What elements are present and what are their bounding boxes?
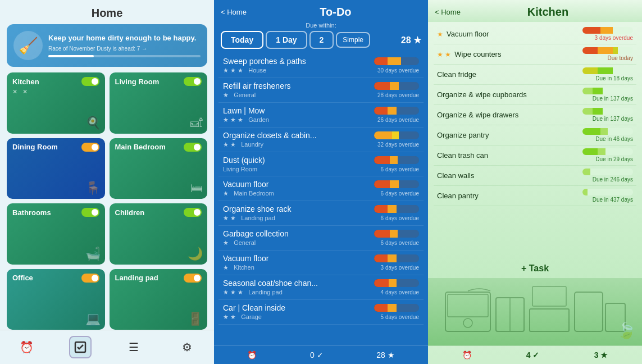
- room-toggle-landing[interactable]: [184, 274, 202, 283]
- home-panel: Home 🧹 Keep your home dirty enough to be…: [0, 0, 214, 364]
- room-name-kitchen: Kitchen: [12, 78, 39, 86]
- todo-item-1[interactable]: Refill air fresheners ★ General 28 days …: [218, 78, 424, 103]
- kitchen-item-1[interactable]: ★ ★ Wipe counters Due today: [434, 44, 636, 65]
- kitchen-item-left-4: Organize & wipe drawers: [437, 111, 518, 119]
- room-card-dining[interactable]: Dining Room 🪑: [7, 138, 105, 199]
- due-tab-2[interactable]: 2: [309, 31, 334, 49]
- due-tab-today[interactable]: Today: [221, 31, 263, 49]
- todo-overdue-1: 28 days overdue: [377, 92, 419, 98]
- due-tabs-row: Today 1 Day 2 Simple 28 ★: [214, 31, 428, 53]
- kitchen-due-5: Due in 46 days: [595, 136, 633, 142]
- todo-cat-0: ★ ★ ★ House: [223, 67, 266, 74]
- kitchen-bar-5: [582, 128, 633, 135]
- mascot-icon: 🧹: [13, 31, 43, 60]
- room-icon-main-bed: 🛏: [190, 181, 203, 195]
- room-card-children[interactable]: Children 🌙: [110, 203, 208, 265]
- list-nav[interactable]: ☰: [122, 336, 145, 358]
- room-toggle-main-bed[interactable]: [184, 143, 202, 152]
- room-header-dining: Dining Room: [12, 143, 99, 152]
- room-card-bath[interactable]: Bathrooms 🛁: [7, 203, 105, 265]
- kitchen-bottom-bar: ⏰ 4 ✓ 3 ★: [428, 345, 642, 364]
- room-header-kitchen: Kitchen: [12, 77, 99, 86]
- home-title: Home: [0, 0, 214, 24]
- todo-item-name-6: Organize shoe rack: [223, 204, 291, 213]
- todo-item-5[interactable]: Vacuum floor ★ Main Bedroom 6 days overd…: [218, 176, 424, 201]
- history-nav[interactable]: ⏰: [16, 336, 38, 358]
- kitchen-item-left-0: ★ Vacuum floor: [437, 30, 489, 38]
- todo-bottom-icon: ⏰: [247, 351, 257, 360]
- todo-bar-4: [374, 156, 419, 164]
- todo-bar-6: [374, 205, 419, 213]
- kitchen-item-3[interactable]: Organize & wipe cupboards Due in 137 day…: [434, 85, 636, 105]
- room-name-bath: Bathrooms: [12, 208, 51, 217]
- add-task-button[interactable]: + Task: [428, 259, 642, 278]
- kitchen-name-7: Clean walls: [437, 171, 474, 180]
- todo-overdue-3: 32 days overdue: [377, 142, 419, 148]
- todo-item-name-4: Dust (quick): [223, 156, 265, 165]
- room-toggle-office[interactable]: [81, 274, 99, 283]
- todo-item-name-8: Vacuum floor: [223, 254, 268, 263]
- kitchen-name-0: Vacuum floor: [447, 30, 489, 38]
- todo-back-button[interactable]: < Home: [221, 8, 247, 16]
- kitchen-item-2[interactable]: Clean fridge Due in 18 days: [434, 65, 636, 85]
- room-header-landing: Landing pad: [115, 274, 202, 283]
- room-toggle-living[interactable]: [184, 77, 202, 86]
- room-card-kitchen[interactable]: Kitchen ✕ ✕ 🍳: [7, 72, 105, 134]
- todo-item-2[interactable]: Lawn | Mow ★ ★ ★ Garden 26 days overdue: [218, 103, 424, 128]
- kitchen-item-7[interactable]: Clean walls Due in 246 days: [434, 166, 636, 186]
- kitchen-name-5: Organize pantry: [437, 131, 489, 139]
- room-card-living[interactable]: Living Room 🛋: [110, 72, 208, 134]
- kitchen-due-2: Due in 18 days: [595, 75, 633, 81]
- todo-overdue-5: 6 days overdue: [381, 190, 419, 197]
- room-icon-office: 💻: [85, 312, 101, 326]
- kitchen-item-left-2: Clean fridge: [437, 70, 476, 79]
- todo-item-7[interactable]: Garbage collection ★ General 6 days over…: [218, 226, 424, 251]
- todo-item-9[interactable]: Seasonal coat/shoe chan... ★ ★ ★ Landing…: [218, 275, 424, 300]
- kitchen-item-left-1: ★ ★ Wipe counters: [437, 50, 501, 58]
- kitchen-item-6[interactable]: Clean trash can Due in 29 days: [434, 145, 636, 166]
- room-card-office[interactable]: Office 💻: [7, 269, 105, 330]
- todo-overdue-6: 6 days overdue: [381, 215, 419, 221]
- room-name-children: Children: [115, 208, 145, 217]
- kitchen-item-right-7: Due in 246 days: [582, 169, 633, 183]
- kitchen-item-8[interactable]: Clean pantry Due in 437 days: [434, 186, 636, 206]
- room-toggle-dining[interactable]: [81, 143, 99, 152]
- room-toggle-kitchen[interactable]: [81, 77, 99, 86]
- todo-bar-9: [374, 279, 419, 287]
- todo-bar-10: [374, 304, 419, 312]
- tasks-nav[interactable]: [69, 336, 92, 358]
- settings-nav[interactable]: ⚙: [176, 336, 198, 358]
- banner-sub: Race of November Dusty is ahead: 7 →: [48, 46, 201, 52]
- kitchen-item-5[interactable]: Organize pantry Due in 46 days: [434, 125, 636, 145]
- todo-cat-10: ★ ★ Garage: [223, 313, 262, 321]
- svg-rect-7: [532, 286, 566, 306]
- todo-item-8[interactable]: Vacuum floor ★ Kitchen 3 days overdue: [218, 251, 424, 275]
- kitchen-item-left-7: Clean walls: [437, 171, 474, 180]
- room-card-main-bed[interactable]: Main Bedroom 🛏: [110, 138, 208, 199]
- todo-panel: < Home To-Do Due within: Today 1 Day 2 S…: [214, 0, 428, 364]
- todo-item-3[interactable]: Organize closets & cabin... ★ ★ Laundry …: [218, 128, 424, 152]
- kitchen-back-button[interactable]: < Home: [435, 8, 461, 16]
- kitchen-item-4[interactable]: Organize & wipe drawers Due in 137 days: [434, 105, 636, 125]
- todo-list: Sweep porches & paths ★ ★ ★ House 30 day…: [214, 53, 428, 345]
- kitchen-pending-count: 3 ★: [594, 351, 608, 360]
- due-tab-1day[interactable]: 1 Day: [266, 31, 307, 49]
- room-toggle-children[interactable]: [184, 208, 202, 217]
- kitchen-item-right-0: 3 days overdue: [582, 27, 633, 41]
- room-toggle-bath[interactable]: [81, 208, 99, 217]
- todo-cat-2: ★ ★ ★ Garden: [223, 116, 269, 124]
- todo-item-4[interactable]: Dust (quick) Living Room 6 days overdue: [218, 152, 424, 176]
- todo-bar-2: [374, 107, 419, 115]
- home-banner: 🧹 Keep your home dirty enough to be happ…: [7, 24, 207, 67]
- todo-item-6[interactable]: Organize shoe rack ★ ★ Landing pad 6 day…: [218, 201, 424, 226]
- room-card-landing[interactable]: Landing pad 🚪: [110, 269, 208, 330]
- kitchen-item-0[interactable]: ★ Vacuum floor 3 days overdue: [434, 24, 636, 44]
- simple-button[interactable]: Simple: [336, 32, 370, 48]
- todo-item-0[interactable]: Sweep porches & paths ★ ★ ★ House 30 day…: [218, 53, 424, 78]
- todo-item-name-0: Sweep porches & paths: [223, 57, 306, 66]
- todo-item-10[interactable]: Car | Clean inside ★ ★ Garage 5 days ove…: [218, 300, 424, 325]
- room-name-office: Office: [12, 274, 33, 282]
- todo-item-name-1: Refill air fresheners: [223, 81, 291, 90]
- todo-cat-6: ★ ★ Landing pad: [223, 215, 275, 222]
- todo-bar-7: [374, 230, 419, 238]
